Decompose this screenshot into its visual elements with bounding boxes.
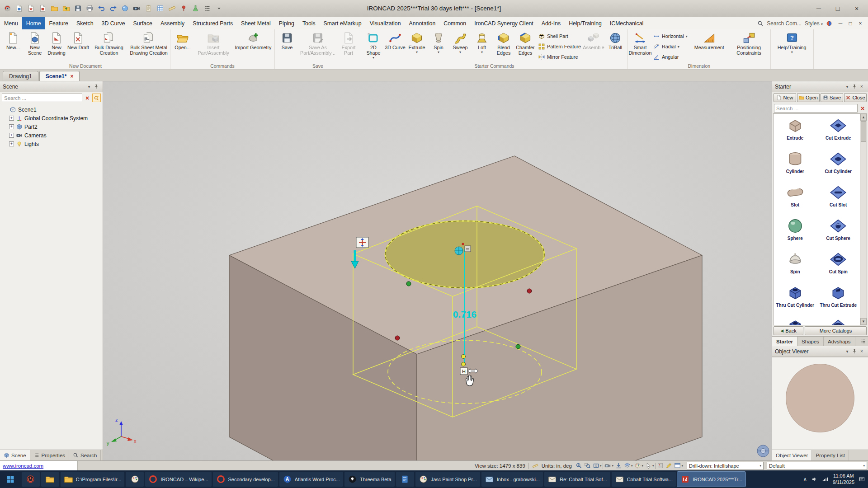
ribbon-button-new-scene[interactable]: New Scene xyxy=(24,30,46,56)
ribbon-button-import-geometry[interactable]: Import Geometry xyxy=(233,30,273,50)
qat-printer-button[interactable] xyxy=(84,3,95,14)
tree-item-cameras[interactable]: +Cameras xyxy=(1,131,102,140)
catalog-menu-icon[interactable]: ▾ xyxy=(844,83,851,90)
qat-folder-button[interactable] xyxy=(49,3,60,14)
ribbon-button-horizontal[interactable]: Horizontal▾ xyxy=(651,32,689,40)
catalog-tab-starter[interactable]: Starter xyxy=(772,337,797,346)
doc-tab-close-icon[interactable]: × xyxy=(70,73,73,80)
ribbon-button-new[interactable]: New... xyxy=(2,30,24,50)
taskbar-item-ironcad-2025-tr[interactable]: IRONCAD 2025***Tr... xyxy=(677,472,745,487)
catalog-item-cut-spin[interactable]: Cut Spin xyxy=(817,249,860,283)
pin-icon[interactable] xyxy=(851,83,858,90)
maximize-button[interactable]: □ xyxy=(828,2,847,15)
catalog-new-button[interactable]: New xyxy=(774,93,796,102)
taskbar-item-explorer[interactable] xyxy=(41,472,59,487)
qat-redo-button[interactable] xyxy=(108,3,118,14)
panel-tab-properties[interactable]: Properties xyxy=(30,450,69,460)
action-center-icon[interactable] xyxy=(859,476,865,483)
scroll-down-icon[interactable]: ▼ xyxy=(860,318,867,325)
more-catalogs-button[interactable]: More Catalogs xyxy=(805,326,867,335)
ribbon-tab-structured-parts[interactable]: Structured Parts xyxy=(189,17,237,29)
height-handle[interactable]: H xyxy=(460,368,467,375)
ribbon-button-radial[interactable]: Radial▾ xyxy=(651,42,689,51)
command-search-icon[interactable] xyxy=(757,20,764,27)
taskbar-item-secondary-develop[interactable]: Secondary develop... xyxy=(213,472,278,487)
status-camera-view-icon[interactable]: ▾ xyxy=(604,462,614,470)
ribbon-button-extrude[interactable]: Extrude▾ xyxy=(406,30,428,54)
taskbar-item-re-cobalt-trial-sof[interactable]: Re: Cobalt Trial Sof... xyxy=(544,472,610,487)
pin-icon[interactable] xyxy=(851,348,858,355)
taskbar-item-paint[interactable] xyxy=(126,472,144,487)
status-window-mode-icon[interactable]: ▾ xyxy=(674,462,684,470)
catalog-item-sphere[interactable]: Sphere xyxy=(774,216,817,249)
catalog-search-input[interactable]: Search ... xyxy=(774,104,858,113)
ribbon-tab-ironcad-synergy-client[interactable]: IronCAD Synergy Client xyxy=(470,17,538,29)
ribbon-button-2d-shape[interactable]: 2D Shape▾ xyxy=(363,30,384,60)
ribbon-button-mirror-feature[interactable]: Mirror Feature xyxy=(536,53,583,61)
expand-toggle-icon[interactable]: + xyxy=(9,124,14,129)
ribbon-button-smart-dimension[interactable]: Smart Dimension xyxy=(629,30,651,56)
minimize-button[interactable]: ─ xyxy=(809,2,828,15)
taskbar-item-ironcad-wikipe[interactable]: IRONCAD – Wikipe... xyxy=(145,472,211,487)
ribbon-tab-visualization[interactable]: Visualization xyxy=(366,17,405,29)
status-import-view-icon[interactable] xyxy=(615,462,623,470)
ribbon-tab-annotation[interactable]: Annotation xyxy=(405,17,440,29)
ribbon-tab-sheet-metal[interactable]: Sheet Metal xyxy=(237,17,275,29)
ribbon-button-measurement[interactable]: Measurement xyxy=(689,30,729,50)
status-zoom-fit-icon[interactable]: ▾ xyxy=(592,462,602,470)
catalog-item-spin[interactable]: Spin xyxy=(774,249,817,283)
catalog-open-button[interactable]: Open xyxy=(797,93,820,102)
panel-tab-scene[interactable]: Scene xyxy=(0,450,30,460)
catalog-tab-advshaps[interactable]: Advshaps xyxy=(824,337,855,346)
catalog-tab-shapes[interactable]: Shapes xyxy=(797,337,824,346)
scene-panel-menu-icon[interactable]: ▾ xyxy=(85,83,93,90)
catalog-item-partial[interactable] xyxy=(817,316,860,325)
ribbon-tab-help-training[interactable]: Help/Training xyxy=(565,17,606,29)
expand-toggle-icon[interactable]: + xyxy=(9,133,14,138)
tree-item-lights[interactable]: +Lights xyxy=(1,140,102,148)
scene-search-input[interactable]: Search ... xyxy=(2,94,82,102)
volume-icon[interactable] xyxy=(811,476,818,483)
ribbon-button-new-draft[interactable]: New Draft xyxy=(67,30,89,50)
taskbar-item-jasc-paint-shop-pr[interactable]: Jasc Paint Shop Pr... xyxy=(415,472,480,487)
ribbon-button-loft[interactable]: Loft▾ xyxy=(471,30,493,54)
catalog-item-cut-sphere[interactable]: Cut Sphere xyxy=(817,216,860,249)
ribbon-button-help-training[interactable]: ?Help/Training▾ xyxy=(772,30,812,54)
catalog-close-button[interactable]: Close xyxy=(844,93,867,102)
catalog-close-icon[interactable]: × xyxy=(858,83,865,90)
ribbon-button-blend-edges[interactable]: Blend Edges xyxy=(493,30,514,56)
ribbon-button-pattern-feature[interactable]: Pattern Feature xyxy=(536,42,583,51)
hidden-icons-chevron[interactable]: ∧ xyxy=(803,476,807,482)
taskbar-item-inbox-grabowski[interactable]: Inbox - grabowski... xyxy=(481,472,543,487)
qat-pin-red-button[interactable] xyxy=(178,3,189,14)
close-button[interactable]: × xyxy=(847,2,866,15)
catalog-item-cut-slot[interactable]: Cut Slot xyxy=(817,183,860,216)
mdi-close-button[interactable]: × xyxy=(855,20,865,27)
taskbar-item-cobalt-trial-softwa[interactable]: Cobalt Trial Softwa... xyxy=(612,472,676,487)
start-button[interactable] xyxy=(0,470,21,488)
ribbon-button-sweep[interactable]: Sweep▾ xyxy=(449,30,471,54)
command-search-input[interactable]: Search Com... xyxy=(767,20,802,27)
qat-grid-blue-button[interactable] xyxy=(155,3,165,14)
status-zoom-window-icon[interactable] xyxy=(584,462,591,470)
tree-item-scene1[interactable]: Scene1 xyxy=(1,105,102,114)
taskbar-item-blue-doc[interactable] xyxy=(396,472,414,487)
qat-render-button[interactable] xyxy=(119,3,130,14)
expand-toggle-icon[interactable]: + xyxy=(9,141,14,146)
3d-canvas[interactable]: 0.716 xyxy=(103,81,772,460)
clear-search-icon[interactable]: × xyxy=(84,94,91,102)
object-viewer-close-icon[interactable]: × xyxy=(858,348,865,355)
status-layers-icon[interactable]: ▾ xyxy=(623,462,633,470)
ribbon-tab-add-ins[interactable]: Add-Ins xyxy=(538,17,565,29)
viewport[interactable]: 0.716 xyxy=(103,81,772,460)
catalog-save-button[interactable]: Save xyxy=(821,93,843,102)
qat-doc-red-button[interactable] xyxy=(37,3,48,14)
ribbon-button-chamfer-edges[interactable]: Chamfer Edges xyxy=(514,30,536,56)
ribbon-tab-surface[interactable]: Surface xyxy=(129,17,156,29)
styles-dropdown[interactable]: Styles ▾ xyxy=(805,20,823,27)
configuration-select[interactable]: Default▾ xyxy=(767,462,867,470)
catalog-item-thru-cut-cylinder[interactable]: Thru Cut Cylinder xyxy=(774,283,817,316)
ribbon-tab-sketch[interactable]: Sketch xyxy=(72,17,98,29)
ribbon-button-open[interactable]: Open... xyxy=(172,30,193,50)
panel-tab-property-list[interactable]: Property List xyxy=(812,450,849,460)
